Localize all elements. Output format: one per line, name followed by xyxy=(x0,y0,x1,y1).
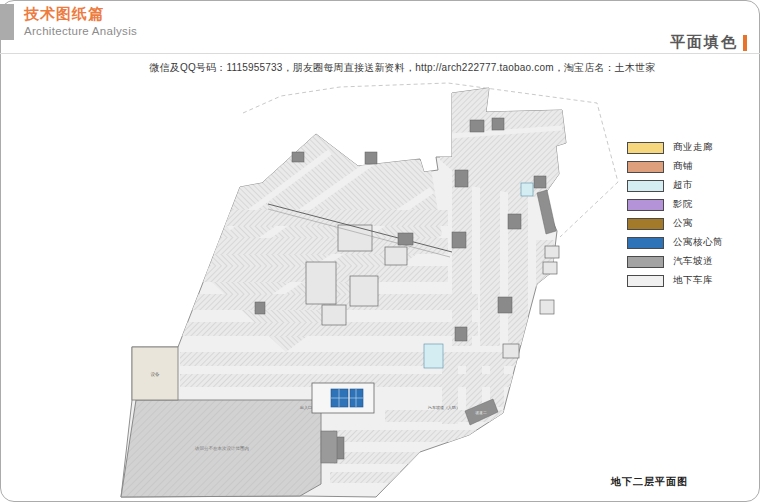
legend-swatch xyxy=(627,256,664,268)
legend-swatch xyxy=(627,237,664,249)
page-title: 技术图纸篇 xyxy=(24,5,104,24)
legend-label: 汽车坡道 xyxy=(673,255,713,268)
equipment-label: 设备 xyxy=(151,371,161,377)
section-title: 平面填色 xyxy=(670,33,738,52)
legend-item: 地下车库 xyxy=(627,274,723,287)
plan-caption: 地下二层平面图 xyxy=(611,475,688,489)
legend-label: 商业走廊 xyxy=(673,141,713,154)
page-subtitle: Architecture Analysis xyxy=(24,25,137,37)
legend-item: 商业走廊 xyxy=(627,141,723,154)
legend-swatch xyxy=(627,218,664,230)
legend-label: 超市 xyxy=(673,179,693,192)
legend-item: 公寓核心筒 xyxy=(627,236,723,249)
legend-swatch xyxy=(627,275,664,287)
legend-swatch xyxy=(627,199,664,211)
entrance-label: 出入口 xyxy=(300,405,312,410)
section-accent-bar xyxy=(743,35,747,51)
legend-swatch xyxy=(627,161,664,173)
header-corner-block xyxy=(0,4,14,40)
legend-label: 商铺 xyxy=(673,160,693,173)
area-note: 该部分不在本次设计范围内 xyxy=(195,445,249,451)
legend-swatch xyxy=(627,180,664,192)
legend-item: 公寓 xyxy=(627,217,723,230)
ramp-note-label: 汽车坡道（人防） xyxy=(427,405,460,410)
header-divider xyxy=(0,53,760,54)
legend: 商业走廊 商铺 超市 影院 公寓 公寓核心筒 汽车坡道 地下车库 xyxy=(627,141,723,293)
legend-label: 地下车库 xyxy=(673,274,713,287)
legend-label: 公寓核心筒 xyxy=(673,236,723,249)
apartment-core xyxy=(312,383,374,413)
ramp2-label: 坡道二 xyxy=(474,410,487,415)
legend-item: 超市 xyxy=(627,179,723,192)
legend-label: 公寓 xyxy=(673,217,693,230)
legend-item: 商铺 xyxy=(627,160,723,173)
legend-item: 影院 xyxy=(627,198,723,211)
legend-label: 影院 xyxy=(673,198,693,211)
legend-swatch xyxy=(627,142,664,154)
equipment-box: 设备 xyxy=(132,347,178,400)
out-of-scope-area: 该部分不在本次设计范围内 xyxy=(121,400,321,497)
contact-info-text: 微信及QQ号码：1115955733，朋友圈每周直接送新资料，http://ar… xyxy=(0,61,760,75)
legend-item: 汽车坡道 xyxy=(627,255,723,268)
